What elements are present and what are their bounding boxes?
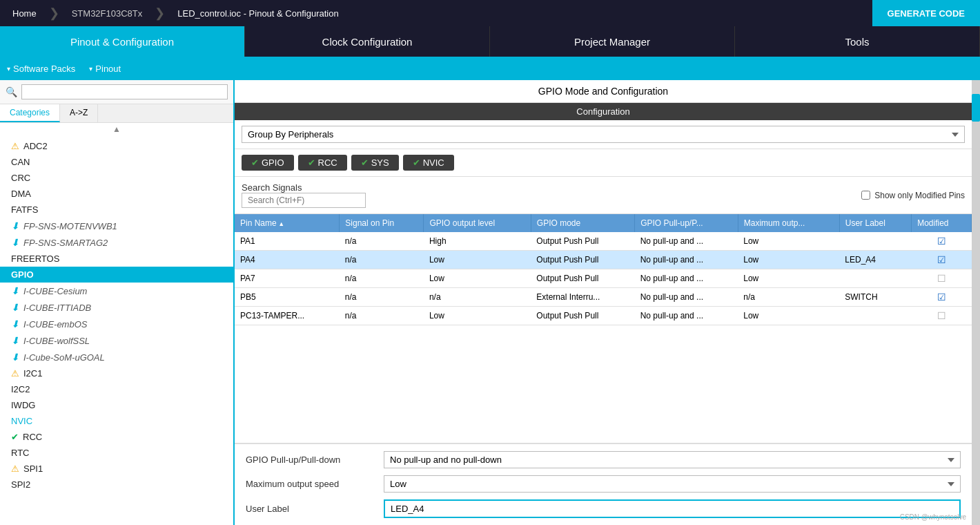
sidebar-item-rtc[interactable]: RTC bbox=[0, 445, 233, 461]
warning-icon: ⚠ bbox=[11, 141, 19, 151]
sidebar-item-adc2[interactable]: ⚠ ADC2 bbox=[0, 138, 233, 154]
th-gpio-mode[interactable]: GPIO mode bbox=[531, 214, 634, 232]
table-row[interactable]: PA4n/aLowOutput Push PullNo pull-up and … bbox=[235, 251, 972, 269]
table-cell: PB5 bbox=[235, 288, 340, 307]
pull-select[interactable]: No pull-up and no pull-down Pull-up Pull… bbox=[384, 451, 961, 468]
group-by-select[interactable]: Group By Peripherals bbox=[242, 126, 965, 143]
sidebar-item-icube-cesium[interactable]: ⬇ I-CUBE-Cesium bbox=[0, 283, 233, 299]
show-modified-checkbox[interactable] bbox=[861, 191, 870, 200]
sidebar-item-label: DMA bbox=[11, 189, 31, 199]
th-max-output[interactable]: Maximum outp... bbox=[738, 214, 839, 232]
filter-tab-rcc[interactable]: ✔ RCC bbox=[298, 155, 347, 171]
table-cell: Low bbox=[738, 307, 839, 325]
sidebar-item-label: NVIC bbox=[11, 416, 32, 426]
tab-project-manager[interactable]: Project Manager bbox=[490, 26, 735, 57]
tab-pinout-configuration[interactable]: Pinout & Configuration bbox=[0, 26, 245, 57]
filter-tab-gpio[interactable]: ✔ GPIO bbox=[242, 155, 294, 171]
table-cell: n/a bbox=[340, 288, 424, 307]
check-icon: ✔ bbox=[361, 158, 369, 168]
sub-tab-pinout[interactable]: ▾ Pinout bbox=[89, 64, 121, 74]
table-row[interactable]: PC13-TAMPER...n/aLowOutput Push PullNo p… bbox=[235, 307, 972, 325]
modified-checkbox[interactable]: ☑ bbox=[912, 251, 972, 269]
filter-tab-label: NVIC bbox=[423, 158, 444, 168]
show-modified-label: Show only Modified Pins bbox=[874, 191, 965, 200]
modified-checkbox[interactable]: ☐ bbox=[912, 269, 972, 288]
generate-code-button[interactable]: GENERATE CODE bbox=[872, 0, 980, 26]
tab-tools[interactable]: Tools bbox=[735, 26, 980, 57]
filter-tab-sys[interactable]: ✔ SYS bbox=[351, 155, 399, 171]
sidebar-item-icube-wolfssl[interactable]: ⬇ I-CUBE-wolfSSL bbox=[0, 332, 233, 349]
filter-tab-nvic[interactable]: ✔ NVIC bbox=[403, 155, 454, 171]
sidebar-item-icube-embos[interactable]: ⬇ I-CUBE-embOS bbox=[0, 316, 233, 332]
table-row[interactable]: PB5n/an/aExternal Interru...No pull-up a… bbox=[235, 288, 972, 307]
unchecked-icon: ☐ bbox=[937, 273, 946, 284]
sidebar-item-freertos[interactable]: FREERTOS bbox=[0, 251, 233, 267]
filter-tab-label: RCC bbox=[318, 158, 337, 168]
nav-project[interactable]: LED_control.ioc - Pinout & Configuration bbox=[165, 0, 351, 26]
download-icon: ⬇ bbox=[11, 335, 19, 346]
table-cell bbox=[839, 307, 911, 325]
sidebar-item-label: IWDG bbox=[11, 400, 35, 410]
download-icon: ⬇ bbox=[11, 285, 19, 296]
sidebar-item-rcc[interactable]: ✔ RCC bbox=[0, 429, 233, 445]
signals-search-input[interactable] bbox=[242, 193, 366, 208]
nav-home[interactable]: Home bbox=[0, 0, 49, 26]
check-icon: ✔ bbox=[413, 158, 420, 168]
sidebar-item-spi2[interactable]: SPI2 bbox=[0, 477, 233, 493]
sidebar-item-i2c2[interactable]: I2C2 bbox=[0, 381, 233, 397]
sidebar-item-i2c1[interactable]: ⚠ I2C1 bbox=[0, 365, 233, 381]
sidebar-tab-categories[interactable]: Categories bbox=[0, 104, 60, 122]
table-cell: No pull-up and ... bbox=[635, 307, 738, 325]
gpio-mode-header: GPIO Mode and Configuration bbox=[235, 80, 972, 103]
sidebar-item-icube-ittiadb[interactable]: ⬇ I-CUBE-ITTIADB bbox=[0, 299, 233, 316]
sidebar-item-label: I-CUBE-ITTIADB bbox=[23, 303, 91, 313]
sidebar-item-iwdg[interactable]: IWDG bbox=[0, 397, 233, 413]
table-row[interactable]: PA1n/aHighOutput Push PullNo pull-up and… bbox=[235, 232, 972, 251]
sidebar-item-spi1[interactable]: ⚠ SPI1 bbox=[0, 461, 233, 477]
table-cell: Low bbox=[738, 251, 839, 269]
chevron-down-icon-2: ▾ bbox=[89, 65, 92, 73]
sidebar-tab-az[interactable]: A->Z bbox=[60, 104, 98, 122]
table-cell: Output Push Pull bbox=[531, 307, 634, 325]
th-pin-name[interactable]: Pin Name bbox=[235, 214, 340, 232]
modified-checkbox[interactable]: ☑ bbox=[912, 288, 972, 307]
sidebar-item-icube-som-ugoal[interactable]: ⬇ I-Cube-SoM-uGOAL bbox=[0, 349, 233, 365]
watermark: CSDN @whynotsolve bbox=[900, 513, 966, 521]
th-signal-on-pin[interactable]: Signal on Pin bbox=[340, 214, 424, 232]
top-nav: Home ❯ STM32F103C8Tx ❯ LED_control.ioc -… bbox=[0, 0, 980, 26]
right-scrollbar[interactable] bbox=[972, 80, 980, 525]
nav-mcu[interactable]: STM32F103C8Tx bbox=[59, 0, 155, 26]
scroll-thumb[interactable] bbox=[972, 94, 980, 122]
search-signals-label: Search Signals bbox=[242, 182, 366, 193]
sidebar-item-can[interactable]: CAN bbox=[0, 154, 233, 170]
sub-tab-software-packs[interactable]: ▾ Software Packs bbox=[7, 64, 75, 74]
modified-checkbox[interactable]: ☐ bbox=[912, 307, 972, 325]
gpio-table: Pin Name Signal on Pin GPIO output level… bbox=[235, 214, 972, 325]
th-gpio-output-level[interactable]: GPIO output level bbox=[424, 214, 531, 232]
sidebar-item-crc[interactable]: CRC bbox=[0, 170, 233, 186]
sidebar-scroll-up[interactable]: ▲ bbox=[0, 123, 233, 135]
table-cell: LED_A4 bbox=[839, 251, 911, 269]
table-cell: No pull-up and ... bbox=[635, 251, 738, 269]
download-icon: ⬇ bbox=[11, 352, 19, 363]
th-gpio-pull[interactable]: GPIO Pull-up/P... bbox=[635, 214, 738, 232]
sidebar-item-fp-sns-smartag2[interactable]: ⬇ FP-SNS-SMARTAG2 bbox=[0, 234, 233, 251]
sidebar-search-input[interactable] bbox=[21, 84, 228, 99]
sidebar-item-fatfs[interactable]: FATFS bbox=[0, 202, 233, 218]
sidebar-item-label: SPI2 bbox=[11, 479, 30, 490]
max-speed-select[interactable]: Low Medium High Very High bbox=[384, 475, 961, 493]
th-modified[interactable]: Modified bbox=[912, 214, 972, 232]
user-label-input[interactable] bbox=[384, 499, 961, 518]
th-user-label[interactable]: User Label bbox=[839, 214, 911, 232]
sidebar-item-gpio[interactable]: GPIO bbox=[0, 267, 233, 283]
sidebar-item-fp-sns-motenvwb1[interactable]: ⬇ FP-SNS-MOTENVWB1 bbox=[0, 218, 233, 234]
content-area: GPIO Mode and Configuration Configuratio… bbox=[235, 80, 972, 525]
table-row[interactable]: PA7n/aLowOutput Push PullNo pull-up and … bbox=[235, 269, 972, 288]
check-icon: ✔ bbox=[308, 158, 315, 168]
sidebar-item-dma[interactable]: DMA bbox=[0, 186, 233, 202]
tab-clock-configuration[interactable]: Clock Configuration bbox=[245, 26, 490, 57]
modified-checkbox[interactable]: ☑ bbox=[912, 232, 972, 251]
max-speed-label: Maximum output speed bbox=[246, 479, 384, 489]
sidebar-item-nvic[interactable]: NVIC bbox=[0, 413, 233, 429]
checked-icon: ☑ bbox=[937, 292, 946, 303]
